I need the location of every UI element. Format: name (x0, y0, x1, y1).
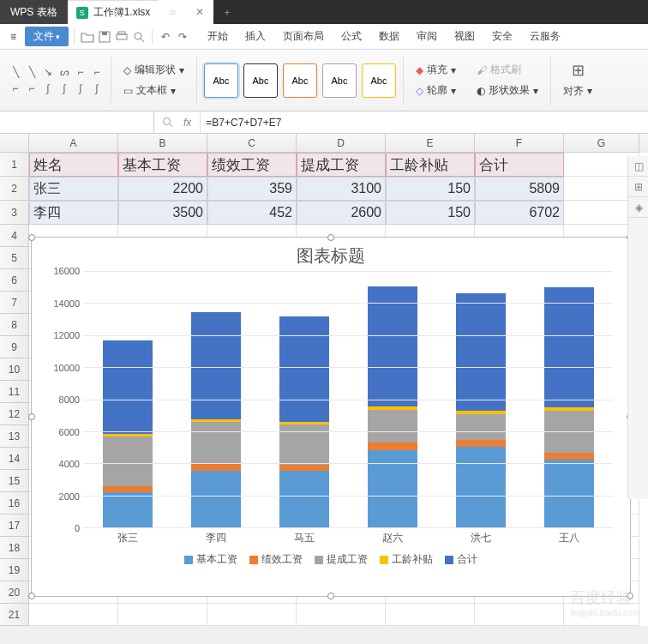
cell[interactable]: 绩效工资 (207, 153, 297, 177)
file-menu[interactable]: 文件 ▾ (25, 27, 69, 46)
menu-icon[interactable]: ≡ (3, 27, 23, 46)
edit-shape-button[interactable]: ◇ 编辑形状 ▾ (120, 61, 188, 79)
text-box-button[interactable]: ▭ 文本框 ▾ (120, 81, 188, 99)
fx-label[interactable]: fx (180, 117, 195, 129)
bar-segment[interactable] (456, 447, 506, 527)
bar-segment[interactable] (368, 286, 417, 407)
legend-item[interactable]: 提成工资 (315, 552, 368, 567)
align-button[interactable]: 对齐 ▾ (560, 82, 596, 100)
col-header-d[interactable]: D (297, 134, 386, 153)
cell[interactable] (297, 604, 386, 626)
tab-view[interactable]: 视图 (446, 24, 483, 49)
row-header[interactable]: 7 (0, 292, 29, 314)
cell[interactable]: 2200 (118, 177, 207, 201)
row-header[interactable]: 5 (0, 247, 29, 269)
row-header[interactable]: 19 (0, 559, 29, 581)
cell[interactable]: 提成工资 (297, 153, 386, 177)
side-btn-1[interactable]: ◫ (628, 156, 648, 177)
cell[interactable] (118, 604, 207, 626)
side-btn-3[interactable]: ◈ (628, 197, 648, 218)
tab-formula[interactable]: 公式 (333, 24, 370, 49)
row-header[interactable]: 2 (0, 177, 29, 201)
bar-segment[interactable] (368, 410, 417, 442)
col-header-e[interactable]: E (386, 134, 475, 153)
shape-elbow-icon[interactable]: ⌐ (74, 65, 87, 79)
cell[interactable]: 2600 (297, 201, 386, 225)
search-icon[interactable] (159, 115, 177, 130)
col-header-a[interactable]: A (29, 134, 118, 153)
chart-title[interactable]: 图表标题 (32, 238, 630, 271)
shape-curve5-icon[interactable]: ∫ (90, 81, 104, 95)
row-header[interactable]: 14 (0, 448, 29, 470)
cell[interactable]: 张三 (29, 177, 118, 201)
formula-input[interactable]: =B7+C7+D7+E7 (200, 111, 648, 133)
row-header[interactable]: 21 (0, 604, 29, 626)
redo-icon[interactable]: ↷ (175, 29, 190, 45)
cell[interactable]: 150 (386, 177, 475, 201)
bar-stack[interactable] (368, 286, 417, 527)
resize-handle-se[interactable] (627, 593, 633, 599)
bar-segment[interactable] (456, 440, 506, 447)
bar-segment[interactable] (279, 316, 329, 422)
col-header-c[interactable]: C (207, 134, 297, 153)
tab-page-layout[interactable]: 页面布局 (274, 24, 333, 49)
row-header[interactable]: 4 (0, 225, 29, 247)
select-all-corner[interactable] (0, 134, 29, 153)
side-btn-2[interactable]: ⊞ (628, 177, 648, 197)
cell[interactable]: 合计 (475, 153, 564, 177)
bar-segment[interactable] (279, 465, 329, 472)
open-icon[interactable] (80, 29, 95, 45)
resize-handle-s[interactable] (327, 593, 334, 599)
style-gallery[interactable]: Abc Abc Abc Abc Abc (201, 60, 399, 101)
row-header[interactable]: 3 (0, 201, 29, 225)
shape-line-icon[interactable]: ╲ (9, 65, 22, 79)
chart-legend[interactable]: 基本工资绩效工资提成工资工龄补贴合计 (32, 545, 630, 574)
document-tab[interactable]: S 工作簿1.xlsx (68, 0, 159, 24)
print-icon[interactable] (114, 29, 129, 45)
tab-review[interactable]: 审阅 (408, 24, 446, 49)
cell[interactable]: 姓名 (29, 153, 118, 177)
style-preset-5[interactable]: Abc (362, 63, 396, 98)
row-header[interactable]: 18 (0, 537, 29, 559)
style-preset-3[interactable]: Abc (283, 63, 317, 98)
fill-button[interactable]: ◆ 填充 ▾ (412, 61, 459, 79)
legend-item[interactable]: 工龄补贴 (380, 552, 433, 567)
bar-segment[interactable] (103, 340, 153, 434)
bar-segment[interactable] (368, 450, 417, 527)
cell[interactable] (29, 604, 118, 626)
cell[interactable]: 6702 (475, 201, 564, 225)
row-header[interactable]: 15 (0, 470, 29, 492)
save-icon[interactable] (97, 29, 112, 45)
cell[interactable]: 452 (207, 201, 297, 225)
bar-stack[interactable] (456, 293, 506, 527)
tab-security[interactable]: 安全 (483, 24, 521, 49)
cell[interactable] (207, 604, 297, 626)
outline-button[interactable]: ◇ 轮廓 ▾ (412, 81, 459, 99)
row-header[interactable]: 11 (0, 381, 29, 403)
tab-close-icon[interactable]: ✕ (186, 0, 213, 24)
row-header[interactable]: 16 (0, 492, 29, 515)
bar-segment[interactable] (191, 464, 241, 471)
bar-segment[interactable] (103, 492, 153, 527)
bar-stack[interactable] (544, 287, 594, 527)
align-icon[interactable]: ⊞ (572, 61, 585, 80)
chart-object[interactable]: 图表标题 02000400060008000100001200014000160… (31, 237, 631, 597)
cell[interactable] (564, 604, 639, 626)
tab-data[interactable]: 数据 (370, 24, 408, 49)
cell[interactable] (386, 604, 475, 626)
bar-stack[interactable] (103, 340, 153, 527)
shape-gallery[interactable]: ╲ ╲ ↘ ᔕ ⌐ ⌐ ⌐ ⌐ ∫ ∫ ∫ ∫ (5, 62, 107, 99)
bar-segment[interactable] (368, 442, 417, 450)
col-header-g[interactable]: G (564, 134, 639, 153)
tab-insert[interactable]: 插入 (237, 24, 274, 49)
resize-handle-n[interactable] (327, 234, 334, 241)
row-header[interactable]: 1 (0, 153, 29, 177)
resize-handle-w[interactable] (28, 413, 35, 420)
shape-curve4-icon[interactable]: ∫ (74, 81, 87, 95)
shape-line2-icon[interactable]: ╲ (25, 65, 39, 79)
tab-home[interactable]: 开始 (199, 24, 237, 49)
format-painter-button[interactable]: 🖌 格式刷 (473, 61, 542, 79)
bar-segment[interactable] (103, 486, 153, 492)
cell[interactable]: 5809 (475, 177, 564, 201)
cell[interactable] (475, 604, 564, 626)
